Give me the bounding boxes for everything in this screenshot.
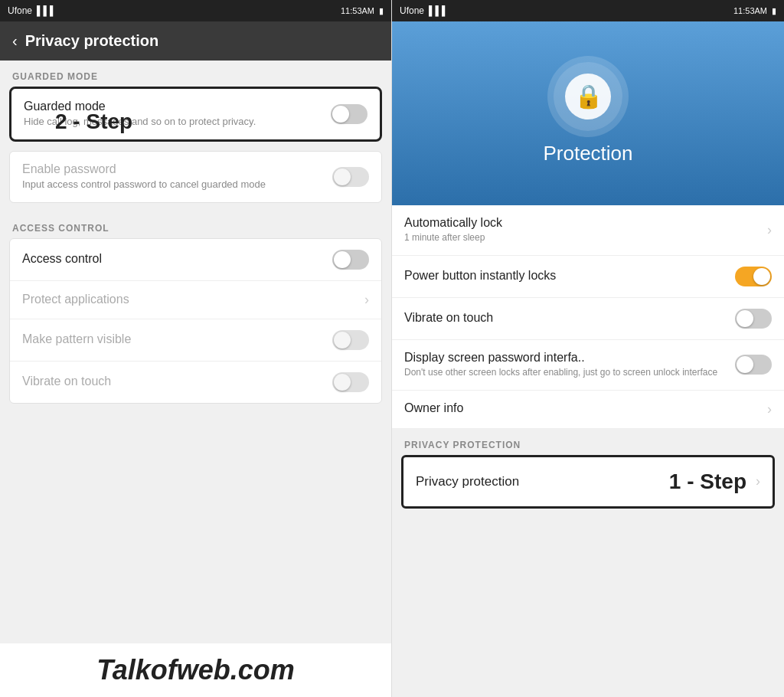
lock-icon: 🔒 bbox=[574, 83, 603, 110]
lock-icon-circle: 🔒 bbox=[554, 62, 622, 131]
owner-info-item[interactable]: Owner info › bbox=[392, 391, 784, 429]
left-content: GUARDED MODE Guarded mode Hide call log,… bbox=[0, 61, 391, 643]
right-vibrate-title: Vibrate on touch bbox=[404, 311, 735, 325]
power-button-title: Power button instantly locks bbox=[404, 269, 735, 283]
right-status-bar: Ufone ▌▌▌ 11:53AM ▮ bbox=[392, 0, 784, 21]
guarded-mode-card: Guarded mode Hide call log, messages and… bbox=[9, 87, 382, 142]
protect-applications-title: Protect applications bbox=[22, 293, 364, 306]
right-panel: Ufone ▌▌▌ 11:53AM ▮ 🔒 Protection bbox=[392, 0, 784, 697]
display-screen-toggle[interactable] bbox=[735, 355, 772, 375]
privacy-protection-arrow: › bbox=[756, 473, 760, 489]
auto-lock-arrow: › bbox=[767, 222, 772, 238]
right-battery-icon: ▮ bbox=[772, 6, 776, 16]
power-button-toggle[interactable] bbox=[735, 267, 772, 286]
auto-lock-title: Automatically lock bbox=[404, 216, 767, 230]
protect-applications-arrow: › bbox=[364, 292, 369, 308]
guarded-mode-toggle[interactable] bbox=[331, 104, 368, 124]
guarded-mode-section-header: GUARDED MODE bbox=[0, 61, 391, 87]
guarded-mode-title: Guarded mode bbox=[24, 100, 331, 113]
enable-password-title: Enable password bbox=[22, 162, 332, 176]
enable-password-subtitle: Input access control password to cancel … bbox=[22, 178, 332, 191]
owner-info-title: Owner info bbox=[404, 401, 767, 415]
guarded-mode-item[interactable]: Guarded mode Hide call log, messages and… bbox=[11, 89, 380, 139]
vibrate-touch-item[interactable]: Vibrate on touch bbox=[10, 362, 381, 403]
display-screen-item[interactable]: Display screen password interfa.. Don't … bbox=[392, 340, 784, 391]
right-hero: 🔒 Protection bbox=[392, 21, 784, 205]
watermark: Talkofweb.com bbox=[0, 643, 391, 697]
privacy-protection-item[interactable]: Privacy protection 1 - Step › bbox=[403, 457, 773, 506]
owner-info-arrow: › bbox=[767, 401, 772, 417]
access-control-item[interactable]: Access control bbox=[10, 239, 381, 281]
right-time: 11:53AM bbox=[733, 6, 767, 15]
privacy-protection-section-header: PRIVACY PROTECTION bbox=[392, 429, 784, 455]
guarded-mode-subtitle: Hide call log, messages and so on to pro… bbox=[24, 115, 331, 129]
auto-lock-item[interactable]: Automatically lock 1 minute after sleep … bbox=[392, 205, 784, 256]
right-vibrate-item[interactable]: Vibrate on touch bbox=[392, 298, 784, 340]
right-signal-icon: ▌▌▌ bbox=[429, 5, 449, 16]
hero-title: Protection bbox=[543, 142, 632, 165]
left-time: 11:53AM bbox=[341, 6, 374, 15]
enable-password-toggle[interactable] bbox=[332, 167, 369, 187]
page-title: Privacy protection bbox=[25, 32, 159, 50]
right-content: Automatically lock 1 minute after sleep … bbox=[392, 205, 784, 697]
left-signal-icon: ▌▌▌ bbox=[37, 5, 57, 16]
right-carrier: Ufone bbox=[400, 5, 424, 16]
power-button-item[interactable]: Power button instantly locks bbox=[392, 256, 784, 298]
access-control-card: Access control Protect applications › Ma… bbox=[9, 238, 382, 404]
enable-password-item[interactable]: Enable password Input access control pas… bbox=[10, 152, 381, 202]
left-carrier: Ufone bbox=[8, 5, 32, 16]
access-control-toggle[interactable] bbox=[332, 250, 369, 270]
make-pattern-toggle[interactable] bbox=[332, 330, 369, 350]
right-vibrate-toggle[interactable] bbox=[735, 309, 772, 329]
left-status-bar: Ufone ▌▌▌ 11:53AM ▮ bbox=[0, 0, 391, 21]
privacy-protection-title: Privacy protection bbox=[416, 474, 519, 489]
display-screen-subtitle: Don't use other screen locks after enabl… bbox=[404, 366, 735, 379]
auto-lock-subtitle: 1 minute after sleep bbox=[404, 231, 767, 244]
back-button[interactable]: ‹ bbox=[12, 32, 18, 50]
step1-label: 1 - Step bbox=[669, 470, 746, 494]
access-control-title: Access control bbox=[22, 252, 332, 266]
vibrate-touch-toggle[interactable] bbox=[332, 372, 369, 392]
left-panel: Ufone ▌▌▌ 11:53AM ▮ ‹ Privacy protection… bbox=[0, 0, 392, 697]
enable-password-card: Enable password Input access control pas… bbox=[9, 151, 382, 203]
protect-applications-item[interactable]: Protect applications › bbox=[10, 281, 381, 319]
display-screen-title: Display screen password interfa.. bbox=[404, 351, 735, 365]
access-control-section-header: ACCESS CONTROL bbox=[0, 212, 391, 238]
lock-icon-inner: 🔒 bbox=[565, 74, 611, 119]
left-battery-icon: ▮ bbox=[379, 6, 384, 16]
left-header: ‹ Privacy protection bbox=[0, 21, 391, 61]
make-pattern-item[interactable]: Make pattern visible bbox=[10, 319, 381, 362]
privacy-protection-card[interactable]: Privacy protection 1 - Step › bbox=[401, 455, 775, 509]
right-settings-card: Automatically lock 1 minute after sleep … bbox=[392, 205, 784, 429]
vibrate-touch-title: Vibrate on touch bbox=[22, 375, 332, 388]
guarded-mode-wrapper: Guarded mode Hide call log, messages and… bbox=[9, 87, 382, 142]
make-pattern-title: Make pattern visible bbox=[22, 332, 332, 346]
